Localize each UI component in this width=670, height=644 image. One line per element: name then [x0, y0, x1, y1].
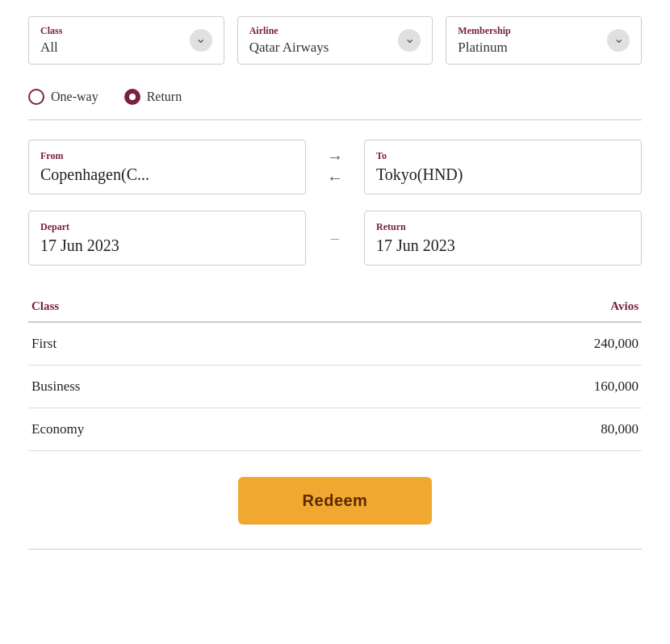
to-value: Tokyo(HND)	[376, 165, 630, 184]
from-value: Copenhagen(C...	[40, 165, 294, 184]
airline-filter-label: Airline	[249, 25, 329, 37]
membership-filter-value: Platinum	[458, 40, 510, 56]
table-row: Business 160,000	[28, 366, 642, 408]
airline-filter[interactable]: Airline Qatar Airways	[237, 16, 433, 65]
dates-row: Depart 17 Jun 2023 – Return 17 Jun 2023	[28, 211, 642, 266]
one-way-option[interactable]: One-way	[28, 89, 98, 105]
trip-type-group: One-way Return	[28, 89, 642, 105]
return-label: Return	[376, 221, 630, 233]
from-input[interactable]: From Copenhagen(C...	[28, 140, 306, 194]
class-filter-value: All	[40, 40, 62, 56]
route-row: From Copenhagen(C... → ← To Tokyo(HND)	[28, 140, 642, 194]
from-label: From	[40, 150, 294, 162]
depart-value: 17 Jun 2023	[40, 236, 294, 255]
to-input[interactable]: To Tokyo(HND)	[364, 140, 642, 194]
membership-chevron-icon	[607, 29, 630, 52]
avios-cell: 80,000	[358, 408, 642, 451]
radio-divider	[28, 119, 642, 120]
filter-row: Class All Airline Qatar Airways Membersh…	[28, 16, 642, 65]
return-label: Return	[147, 90, 182, 104]
one-way-label: One-way	[51, 90, 98, 104]
class-cell: Economy	[28, 408, 358, 451]
table-row: First 240,000	[28, 322, 642, 366]
date-separator: –	[319, 229, 351, 248]
membership-filter-label: Membership	[458, 25, 510, 37]
class-chevron-icon	[190, 29, 212, 52]
return-radio[interactable]	[124, 89, 140, 105]
membership-filter[interactable]: Membership Platinum	[446, 16, 642, 65]
class-filter-label: Class	[40, 25, 62, 37]
avios-table: Class Avios First 240,000 Business 160,0…	[28, 291, 642, 451]
bottom-divider	[28, 549, 642, 550]
class-filter[interactable]: Class All	[28, 16, 224, 65]
return-input[interactable]: Return 17 Jun 2023	[364, 211, 642, 266]
class-cell: First	[28, 322, 358, 366]
col-class-header: Class	[28, 291, 358, 322]
redeem-button[interactable]: Redeem	[238, 477, 433, 525]
depart-input[interactable]: Depart 17 Jun 2023	[28, 211, 306, 266]
depart-label: Depart	[40, 221, 294, 233]
return-option[interactable]: Return	[124, 89, 182, 105]
one-way-radio[interactable]	[28, 89, 44, 105]
class-cell: Business	[28, 366, 358, 408]
avios-cell: 160,000	[358, 366, 642, 408]
airline-chevron-icon	[398, 29, 421, 52]
return-value: 17 Jun 2023	[376, 236, 630, 255]
table-row: Economy 80,000	[28, 408, 642, 451]
col-avios-header: Avios	[358, 291, 642, 322]
avios-cell: 240,000	[358, 322, 642, 366]
to-label: To	[376, 150, 630, 162]
swap-arrows-icon[interactable]: → ←	[319, 147, 351, 187]
airline-filter-value: Qatar Airways	[249, 40, 329, 56]
